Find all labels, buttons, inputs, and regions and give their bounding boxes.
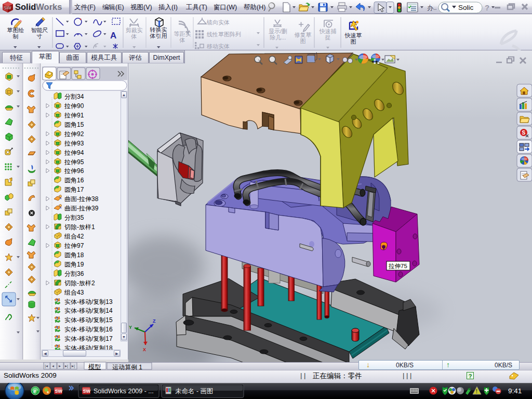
- svg-text:?: ?: [485, 3, 489, 12]
- svg-text:办..: 办..: [427, 4, 437, 11]
- svg-text:A: A: [110, 31, 116, 41]
- svg-text:SolidWorks 2009 - ...: SolidWorks 2009 - ...: [94, 388, 154, 395]
- svg-text:▸: ▸: [59, 364, 61, 368]
- svg-text:▸|: ▸|: [65, 364, 68, 368]
- svg-text:9:41: 9:41: [508, 387, 522, 395]
- svg-text:▸|: ▸|: [72, 364, 75, 368]
- svg-text:Y: Y: [129, 325, 132, 330]
- svg-text:S: S: [522, 130, 526, 136]
- svg-text:!: !: [476, 389, 477, 394]
- svg-text:未命名 - 画图: 未命名 - 画图: [175, 388, 214, 395]
- svg-text:e: e: [33, 388, 36, 394]
- svg-text:Z: Z: [153, 318, 156, 324]
- svg-text:Solic: Solic: [458, 4, 474, 11]
- svg-text:SW: SW: [83, 389, 91, 394]
- svg-text:◂: ◂: [52, 364, 54, 368]
- svg-text:SW: SW: [4, 5, 11, 10]
- svg-text:ψ: ψ: [382, 244, 385, 249]
- svg-text:SW: SW: [55, 389, 63, 394]
- svg-text:拉伸75: 拉伸75: [388, 263, 407, 269]
- svg-text:|◂: |◂: [45, 364, 48, 368]
- svg-text:X: X: [143, 347, 146, 352]
